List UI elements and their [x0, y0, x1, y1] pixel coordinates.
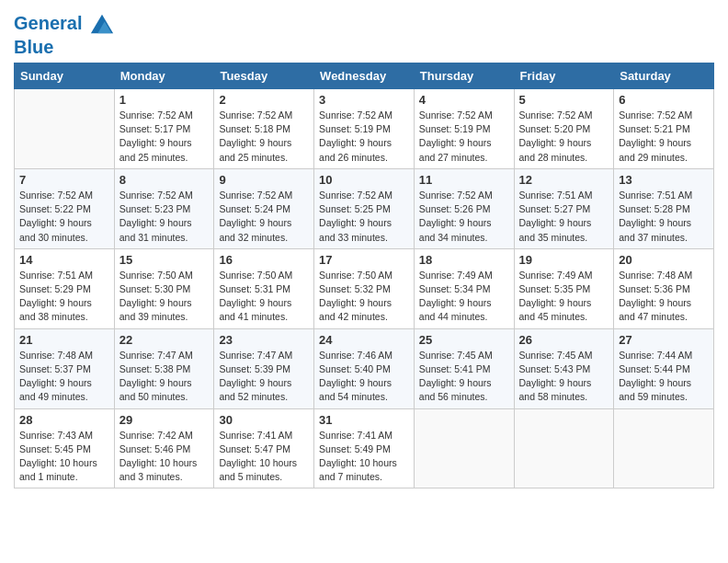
calendar-week-row: 14 Sunrise: 7:51 AM Sunset: 5:29 PM Dayl… — [15, 248, 714, 328]
logo-text2: Blue — [14, 37, 115, 57]
calendar-day: 31 Sunrise: 7:41 AM Sunset: 5:49 PM Dayl… — [314, 408, 415, 488]
day-number: 30 — [219, 413, 309, 427]
sunset: Sunset: 5:24 PM — [219, 202, 309, 216]
calendar-day: 12 Sunrise: 7:51 AM Sunset: 5:27 PM Dayl… — [514, 168, 614, 248]
daylight: Daylight: 9 hours and 34 minutes. — [419, 216, 509, 244]
day-info: Sunrise: 7:50 AM Sunset: 5:31 PM Dayligh… — [219, 269, 309, 325]
daylight: Daylight: 9 hours and 41 minutes. — [219, 296, 309, 324]
weekday-header: Sunday — [15, 63, 115, 89]
calendar-day: 29 Sunrise: 7:42 AM Sunset: 5:46 PM Dayl… — [114, 408, 214, 488]
daylight: Daylight: 10 hours and 1 minute. — [19, 456, 109, 484]
day-number: 8 — [119, 173, 210, 187]
day-number: 7 — [19, 173, 109, 187]
day-info: Sunrise: 7:52 AM Sunset: 5:26 PM Dayligh… — [419, 189, 509, 245]
day-number: 17 — [319, 253, 409, 267]
day-number: 1 — [119, 93, 210, 107]
day-info: Sunrise: 7:48 AM Sunset: 5:36 PM Dayligh… — [619, 269, 709, 325]
daylight: Daylight: 9 hours and 31 minutes. — [119, 216, 210, 244]
day-info: Sunrise: 7:48 AM Sunset: 5:37 PM Dayligh… — [19, 349, 109, 405]
calendar-week-row: 7 Sunrise: 7:52 AM Sunset: 5:22 PM Dayli… — [15, 168, 714, 248]
weekday-header: Wednesday — [314, 63, 415, 89]
day-number: 10 — [319, 173, 409, 187]
sunrise: Sunrise: 7:42 AM — [119, 429, 210, 442]
calendar-day — [514, 408, 614, 488]
calendar-day: 5 Sunrise: 7:52 AM Sunset: 5:20 PM Dayli… — [514, 89, 614, 169]
daylight: Daylight: 9 hours and 35 minutes. — [519, 216, 609, 244]
sunset: Sunset: 5:43 PM — [519, 362, 609, 376]
sunset: Sunset: 5:45 PM — [19, 442, 109, 456]
sunrise: Sunrise: 7:52 AM — [419, 109, 509, 122]
sunrise: Sunrise: 7:51 AM — [19, 269, 109, 282]
sunrise: Sunrise: 7:50 AM — [119, 269, 210, 282]
daylight: Daylight: 9 hours and 56 minutes. — [419, 376, 509, 404]
day-info: Sunrise: 7:52 AM Sunset: 5:25 PM Dayligh… — [319, 189, 409, 245]
weekday-header: Thursday — [414, 63, 514, 89]
sunset: Sunset: 5:39 PM — [219, 362, 309, 376]
sunset: Sunset: 5:31 PM — [219, 282, 309, 296]
sunrise: Sunrise: 7:52 AM — [119, 189, 210, 202]
sunset: Sunset: 5:34 PM — [419, 282, 509, 296]
calendar-day: 19 Sunrise: 7:49 AM Sunset: 5:35 PM Dayl… — [514, 248, 614, 328]
daylight: Daylight: 9 hours and 58 minutes. — [519, 376, 609, 404]
calendar-day: 10 Sunrise: 7:52 AM Sunset: 5:25 PM Dayl… — [314, 168, 415, 248]
sunrise: Sunrise: 7:50 AM — [319, 269, 409, 282]
day-info: Sunrise: 7:51 AM Sunset: 5:28 PM Dayligh… — [619, 189, 709, 245]
day-number: 27 — [619, 333, 709, 347]
sunrise: Sunrise: 7:41 AM — [319, 429, 409, 442]
sunset: Sunset: 5:46 PM — [119, 442, 210, 456]
day-number: 25 — [419, 333, 509, 347]
calendar-day: 24 Sunrise: 7:46 AM Sunset: 5:40 PM Dayl… — [314, 328, 415, 408]
calendar-day: 15 Sunrise: 7:50 AM Sunset: 5:30 PM Dayl… — [114, 248, 214, 328]
day-info: Sunrise: 7:44 AM Sunset: 5:44 PM Dayligh… — [619, 349, 709, 405]
sunset: Sunset: 5:47 PM — [219, 442, 309, 456]
daylight: Daylight: 9 hours and 59 minutes. — [619, 376, 709, 404]
daylight: Daylight: 9 hours and 39 minutes. — [119, 296, 210, 324]
sunset: Sunset: 5:17 PM — [119, 122, 210, 136]
sunset: Sunset: 5:30 PM — [119, 282, 210, 296]
sunrise: Sunrise: 7:52 AM — [219, 189, 309, 202]
sunrise: Sunrise: 7:45 AM — [519, 349, 609, 362]
day-info: Sunrise: 7:52 AM Sunset: 5:24 PM Dayligh… — [219, 189, 309, 245]
calendar-day: 20 Sunrise: 7:48 AM Sunset: 5:36 PM Dayl… — [614, 248, 714, 328]
day-number: 21 — [19, 333, 109, 347]
sunrise: Sunrise: 7:52 AM — [319, 109, 409, 122]
sunrise: Sunrise: 7:52 AM — [519, 109, 609, 122]
calendar-week-row: 28 Sunrise: 7:43 AM Sunset: 5:45 PM Dayl… — [15, 408, 714, 488]
sunset: Sunset: 5:49 PM — [319, 442, 409, 456]
sunrise: Sunrise: 7:52 AM — [219, 109, 309, 122]
day-info: Sunrise: 7:45 AM Sunset: 5:43 PM Dayligh… — [519, 349, 609, 405]
calendar-day: 4 Sunrise: 7:52 AM Sunset: 5:19 PM Dayli… — [414, 89, 514, 169]
daylight: Daylight: 10 hours and 7 minutes. — [319, 456, 409, 484]
sunset: Sunset: 5:18 PM — [219, 122, 309, 136]
calendar-day: 7 Sunrise: 7:52 AM Sunset: 5:22 PM Dayli… — [15, 168, 115, 248]
calendar-day: 16 Sunrise: 7:50 AM Sunset: 5:31 PM Dayl… — [214, 248, 314, 328]
sunset: Sunset: 5:19 PM — [319, 122, 409, 136]
day-number: 15 — [119, 253, 210, 267]
day-info: Sunrise: 7:52 AM Sunset: 5:19 PM Dayligh… — [419, 109, 509, 165]
day-number: 28 — [19, 413, 109, 427]
day-info: Sunrise: 7:49 AM Sunset: 5:35 PM Dayligh… — [519, 269, 609, 325]
sunset: Sunset: 5:23 PM — [119, 202, 210, 216]
sunset: Sunset: 5:19 PM — [419, 122, 509, 136]
calendar-day: 22 Sunrise: 7:47 AM Sunset: 5:38 PM Dayl… — [114, 328, 214, 408]
calendar-day: 30 Sunrise: 7:41 AM Sunset: 5:47 PM Dayl… — [214, 408, 314, 488]
sunset: Sunset: 5:40 PM — [319, 362, 409, 376]
day-number: 31 — [319, 413, 409, 427]
day-number: 20 — [619, 253, 709, 267]
daylight: Daylight: 9 hours and 33 minutes. — [319, 216, 409, 244]
daylight: Daylight: 9 hours and 32 minutes. — [219, 216, 309, 244]
sunrise: Sunrise: 7:47 AM — [219, 349, 309, 362]
daylight: Daylight: 9 hours and 29 minutes. — [619, 136, 709, 164]
sunset: Sunset: 5:29 PM — [19, 282, 109, 296]
sunrise: Sunrise: 7:41 AM — [219, 429, 309, 442]
calendar-day: 17 Sunrise: 7:50 AM Sunset: 5:32 PM Dayl… — [314, 248, 415, 328]
sunrise: Sunrise: 7:46 AM — [319, 349, 409, 362]
sunrise: Sunrise: 7:52 AM — [419, 189, 509, 202]
day-info: Sunrise: 7:45 AM Sunset: 5:41 PM Dayligh… — [419, 349, 509, 405]
weekday-header: Friday — [514, 63, 614, 89]
day-number: 3 — [319, 93, 409, 107]
calendar-day: 3 Sunrise: 7:52 AM Sunset: 5:19 PM Dayli… — [314, 89, 415, 169]
day-number: 14 — [19, 253, 109, 267]
calendar-day: 27 Sunrise: 7:44 AM Sunset: 5:44 PM Dayl… — [614, 328, 714, 408]
calendar-day — [414, 408, 514, 488]
